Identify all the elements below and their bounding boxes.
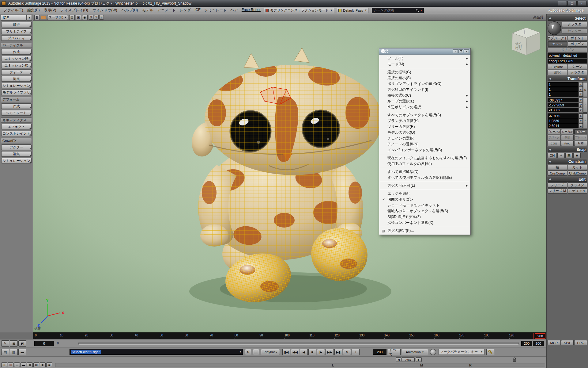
animation-menu-button[interactable]: Animation ▼ — [402, 349, 428, 355]
translate-z-axis-button[interactable]: z — [579, 123, 583, 128]
layout-preset-button-2[interactable]: ▭ — [14, 362, 20, 367]
left-tool-button-9[interactable]: シミュレーション — [1, 83, 32, 88]
context-menu-item-17[interactable]: メンバ/コンポーネントの選択(B) — [379, 147, 470, 153]
auto-next-icon[interactable]: ▶ — [416, 357, 422, 362]
snap-on-button[interactable]: ON — [548, 153, 557, 158]
context-menu-item-23[interactable]: すべての使用中フィルタの選択解除(E) — [379, 175, 470, 181]
layout-preset-button-7[interactable]: ▣ — [46, 362, 52, 367]
current-frame-field[interactable]: 200 — [373, 349, 386, 355]
snap-midpoint-icon[interactable]: ◈ — [573, 153, 581, 158]
range-slider[interactable] — [78, 343, 519, 345]
left-tool-button-12[interactable]: 作成 — [1, 103, 32, 109]
search-icon[interactable] — [416, 9, 419, 12]
context-menu-item-11[interactable]: すべてのオブジェクトを選択(A) — [379, 112, 470, 118]
left-tool-button-6[interactable]: エミッション後 — [1, 63, 32, 68]
rotate-y-field[interactable]: -177.9053 — [548, 103, 579, 107]
viewport-color-swatch[interactable] — [41, 16, 46, 19]
context-menu-item-25[interactable]: 選択の可/不可(L)▶ — [379, 183, 470, 189]
menu-item-3[interactable]: ディスプレイ(D) — [58, 7, 90, 14]
context-menu-item-34[interactable]: 選択の設定(P)...▤ — [379, 228, 470, 234]
context-menu-item-5[interactable]: ポリゴンアウトラインの選択(O) — [379, 81, 470, 87]
left-tool-button-20[interactable]: シミュレーション — [1, 158, 32, 163]
display-mode-menu[interactable]: 高品質 — [533, 15, 545, 20]
rotate-z-axis-button[interactable]: z — [579, 108, 583, 112]
mcp-tab-0[interactable]: MCP — [548, 340, 560, 345]
eye-icon[interactable]: ◉ — [82, 15, 88, 20]
camera-icon[interactable]: ▣ — [76, 15, 81, 20]
auto-key-button[interactable]: Auto — [402, 357, 415, 362]
translate-x-field[interactable]: -6.9175 — [548, 113, 579, 118]
rotate-z-field[interactable]: -3.3332 — [548, 108, 579, 112]
cog-button-2[interactable]: 対称 — [574, 141, 587, 146]
layout-preset-button-6[interactable]: ◧ — [40, 362, 46, 367]
loop-button[interactable]: ↻ — [343, 349, 351, 355]
add-key-icon[interactable]: + — [253, 349, 259, 355]
edit-button-1-1[interactable]: イミディエイト — [568, 188, 587, 194]
layout-preset-button-5[interactable]: ▤ — [33, 362, 39, 367]
range-start-field[interactable]: 0 — [34, 341, 54, 346]
scene-button[interactable]: シーン — [568, 64, 587, 69]
left-tool-button-19[interactable]: 群集 — [1, 151, 32, 157]
chevron-down-icon[interactable]: ▼ — [239, 351, 242, 353]
auto-prev-icon[interactable]: ◀ — [396, 357, 401, 362]
menu-maximize-icon[interactable]: ❒ — [458, 49, 463, 53]
last-frame-button[interactable]: ▶▮ — [334, 349, 342, 355]
context-menu-item-31[interactable]: SI|3D 選択モデル(3) — [379, 214, 470, 220]
filter-button-1-1[interactable]: ポリゴン — [568, 41, 587, 47]
left-tool-button-18[interactable]: アクター — [1, 144, 32, 150]
ref-object-button-2[interactable]: プレーン — [574, 135, 587, 140]
context-menu-item-7[interactable]: 隣接の選択(C)▶ — [379, 93, 470, 98]
select-filter-input[interactable]: SelectFilter "Edge" ▼ — [70, 349, 243, 355]
key-knob-button[interactable] — [430, 349, 436, 355]
cluster-button[interactable]: クラスタ — [562, 22, 587, 27]
layout-preset-button-3[interactable]: ▬ — [21, 362, 26, 367]
left-tool-button-1[interactable]: プリミティブ — [1, 29, 32, 34]
module-item-1[interactable]: アニメート — [155, 7, 178, 14]
search-input[interactable]: シーンの検索 × — [372, 8, 424, 13]
axis-button-x[interactable]: X — [89, 15, 93, 20]
rotate-key-button[interactable]: r — [583, 98, 587, 113]
context-menu-item-14[interactable]: モデルの選択(O) — [379, 130, 470, 136]
context-menu-item-29[interactable]: シェードモードでレイキャスト — [379, 202, 470, 208]
next-keyframe-button[interactable]: ▶▶ — [326, 349, 334, 355]
left-tool-button-13[interactable]: シミュレート — [1, 110, 32, 116]
translate-x-axis-button[interactable]: x — [579, 113, 583, 118]
context-menu-item-32[interactable]: 拡張コンポーネント選択(X) — [379, 220, 470, 226]
cluster-list-button[interactable]: クラスタ — [568, 70, 587, 75]
context-menu-item-0[interactable]: ツール(T)▶ — [379, 56, 470, 61]
nav-cube[interactable]: 上 前 — [512, 28, 540, 55]
translate-y-field[interactable]: 1.0889 — [548, 118, 579, 123]
menu-item-4[interactable]: ウィンドウ(W) — [90, 7, 119, 14]
scale-key-button[interactable]: s — [583, 82, 587, 97]
grid-icon[interactable]: ⊞ — [10, 340, 18, 347]
construction-mode-dropdown[interactable]: モデリングコンストラクションモード ▼ — [264, 8, 334, 13]
module-item-0[interactable]: モデル — [140, 7, 155, 14]
layout-preset-button-0[interactable]: ▯ — [1, 362, 7, 367]
selected-components-field[interactable]: edge[1729,1789 — [548, 59, 587, 63]
filter-button-1-0[interactable]: エッジ — [548, 41, 567, 47]
layout-preset-button-1[interactable]: ◫ — [8, 362, 13, 367]
module-item-2[interactable]: レンダ — [178, 7, 193, 14]
context-menu-title-bar[interactable]: 選択 – ❒ × — [379, 48, 470, 55]
menu-item-2[interactable]: 表示(V) — [42, 7, 58, 14]
context-menu-item-15[interactable]: チェインの選択 — [379, 136, 470, 141]
context-menu-item-27[interactable]: エッジを囲む — [379, 191, 470, 197]
context-menu-item-9[interactable]: N 辺ポリゴンの選択▶ — [379, 104, 470, 110]
edit-button-0-0[interactable]: フリーズ — [548, 182, 567, 188]
cog-button-1[interactable]: Prop — [561, 141, 574, 146]
translate-y-axis-button[interactable]: y — [579, 118, 583, 123]
play-button[interactable]: ▶ — [317, 349, 325, 355]
module-item-3[interactable]: ICE — [193, 7, 202, 14]
explore-button[interactable]: Explore — [548, 64, 567, 69]
range-end-field[interactable]: 200 — [521, 341, 532, 346]
playback-menu-button[interactable]: Playback — [261, 349, 280, 355]
left-tool-button-10[interactable]: モデルライブラリ — [1, 90, 32, 95]
list-icon[interactable]: ▬ — [18, 349, 26, 355]
ref-mode-button-2[interactable]: ビュー — [574, 129, 587, 134]
scale-y-field[interactable]: 1 — [548, 87, 579, 92]
scale-x-axis-button[interactable]: x — [579, 82, 583, 87]
rotate-x-field[interactable]: -36.3937 — [548, 98, 579, 102]
module-item-6[interactable]: Face Robot — [240, 7, 262, 14]
key-icon[interactable] — [486, 349, 494, 355]
scale-x-field[interactable]: 1 — [548, 82, 579, 87]
